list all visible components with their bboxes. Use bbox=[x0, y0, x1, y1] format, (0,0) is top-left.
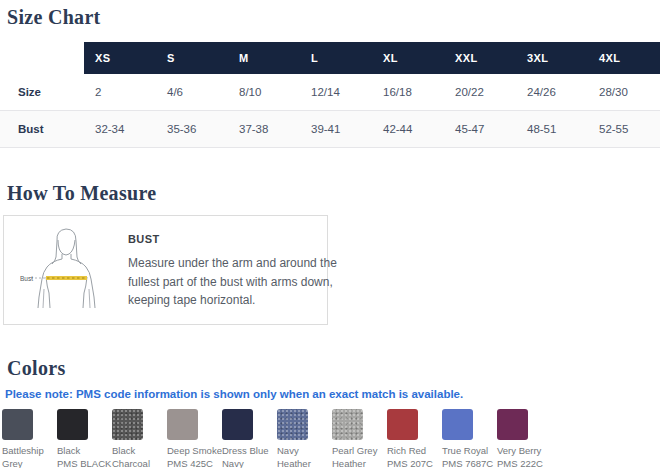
color-swatch-item: Deep SmokePMS 425C bbox=[167, 409, 214, 468]
color-label: BlackPMS BLACK C bbox=[57, 445, 112, 468]
color-name: Rich Red bbox=[387, 445, 442, 458]
color-name: Pearl Grey Heather bbox=[332, 445, 387, 468]
color-name: Dress Blue Navy bbox=[222, 445, 277, 468]
color-label: Deep SmokePMS 425C bbox=[167, 445, 222, 468]
color-swatch-item: Navy HeatherPMS 533C bbox=[277, 409, 324, 468]
size-cell: 20/22 bbox=[444, 74, 516, 111]
color-name: Black bbox=[57, 445, 112, 458]
color-swatch bbox=[442, 409, 473, 440]
color-pms-code: PMS 7687C bbox=[442, 458, 497, 468]
color-swatch bbox=[277, 409, 308, 440]
measure-item-description: Measure under the arm and around the ful… bbox=[128, 254, 341, 310]
size-table-header-row: XSSMLXLXXL3XL4XL bbox=[0, 42, 660, 74]
size-column-header: M bbox=[228, 42, 300, 74]
color-label: Dress Blue NavyPMS 533C bbox=[222, 445, 277, 468]
color-swatch-list: Battleship GreyPMS 7540 CBlackPMS BLACK … bbox=[2, 409, 660, 468]
color-swatch bbox=[222, 409, 253, 440]
color-swatch bbox=[2, 409, 33, 440]
size-table-row: Size24/68/1012/1416/1820/2224/2628/30 bbox=[0, 74, 660, 111]
size-chart-table: XSSMLXLXXL3XL4XL Size24/68/1012/1416/182… bbox=[0, 42, 660, 148]
color-swatch bbox=[497, 409, 528, 440]
bust-measure-illustration: Bust bbox=[20, 227, 108, 313]
size-cell: 2 bbox=[84, 74, 156, 111]
size-table-corner-cell bbox=[0, 42, 84, 74]
color-label: True RoyalPMS 7687C bbox=[442, 445, 497, 468]
size-row-label: Bust bbox=[0, 111, 84, 148]
size-column-header: XL bbox=[372, 42, 444, 74]
color-name: Deep Smoke bbox=[167, 445, 222, 458]
color-swatch bbox=[112, 409, 143, 440]
measure-item-title: BUST bbox=[128, 233, 341, 245]
size-chart-title: Size Chart bbox=[7, 0, 660, 29]
size-cell: 37-38 bbox=[228, 111, 300, 148]
size-cell: 42-44 bbox=[372, 111, 444, 148]
size-cell: 35-36 bbox=[156, 111, 228, 148]
size-cell: 32-34 bbox=[84, 111, 156, 148]
colors-title: Colors bbox=[7, 356, 660, 380]
color-label: Pearl Grey Heather bbox=[332, 445, 387, 468]
color-swatch-item: Pearl Grey Heather bbox=[332, 409, 379, 468]
color-pms-code: PMS 207C bbox=[387, 458, 442, 468]
color-label: Rich RedPMS 207C bbox=[387, 445, 442, 468]
color-label: Very BerryPMS 222C bbox=[497, 445, 552, 468]
color-swatch-item: True RoyalPMS 7687C bbox=[442, 409, 489, 468]
color-swatch bbox=[57, 409, 88, 440]
bust-figure-label: Bust bbox=[20, 275, 33, 282]
color-pms-code: PMS BLACK C bbox=[57, 458, 112, 468]
color-label: Black Charcoal HeatherPMS 426C bbox=[112, 445, 167, 468]
color-swatch-item: Black Charcoal HeatherPMS 426C bbox=[112, 409, 159, 468]
size-cell: 16/18 bbox=[372, 74, 444, 111]
color-swatch-item: BlackPMS BLACK C bbox=[57, 409, 104, 468]
pms-note: Please note: PMS code information is sho… bbox=[5, 388, 660, 400]
size-column-header: S bbox=[156, 42, 228, 74]
color-name: Battleship Grey bbox=[2, 445, 57, 468]
color-swatch-item: Rich RedPMS 207C bbox=[387, 409, 434, 468]
color-label: Battleship GreyPMS 7540 C bbox=[2, 445, 57, 468]
size-cell: 28/30 bbox=[588, 74, 660, 111]
size-column-header: 3XL bbox=[516, 42, 588, 74]
color-swatch-item: Dress Blue NavyPMS 533C bbox=[222, 409, 269, 468]
size-column-header: XS bbox=[84, 42, 156, 74]
size-column-header: XXL bbox=[444, 42, 516, 74]
size-cell: 52-55 bbox=[588, 111, 660, 148]
color-swatch bbox=[332, 409, 363, 440]
color-swatch bbox=[387, 409, 418, 440]
size-column-header: L bbox=[300, 42, 372, 74]
color-label: Navy HeatherPMS 533C bbox=[277, 445, 332, 468]
color-name: Very Berry bbox=[497, 445, 552, 458]
color-swatch-item: Very BerryPMS 222C bbox=[497, 409, 544, 468]
size-cell: 24/26 bbox=[516, 74, 588, 111]
size-cell: 8/10 bbox=[228, 74, 300, 111]
color-swatch bbox=[167, 409, 198, 440]
size-cell: 39-41 bbox=[300, 111, 372, 148]
size-row-label: Size bbox=[0, 74, 84, 111]
how-to-measure-title: How To Measure bbox=[7, 181, 660, 205]
color-name: Black Charcoal Heather bbox=[112, 445, 167, 468]
color-swatch-item: Battleship GreyPMS 7540 C bbox=[2, 409, 49, 468]
size-cell: 48-51 bbox=[516, 111, 588, 148]
size-cell: 45-47 bbox=[444, 111, 516, 148]
size-column-header: 4XL bbox=[588, 42, 660, 74]
color-pms-code: PMS 425C bbox=[167, 458, 222, 468]
color-name: True Royal bbox=[442, 445, 497, 458]
size-cell: 4/6 bbox=[156, 74, 228, 111]
color-pms-code: PMS 222C bbox=[497, 458, 552, 468]
size-cell: 12/14 bbox=[300, 74, 372, 111]
how-to-measure-card: Bust BUST Measure under the arm and arou… bbox=[3, 215, 328, 325]
color-name: Navy Heather bbox=[277, 445, 332, 468]
size-table-row: Bust32-3435-3637-3839-4142-4445-4748-515… bbox=[0, 111, 660, 148]
